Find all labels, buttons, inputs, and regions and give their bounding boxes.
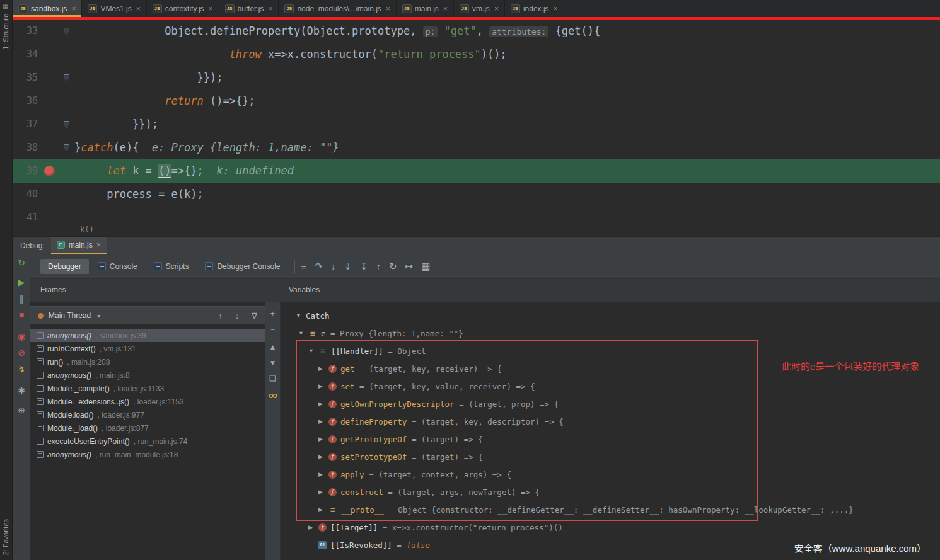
expand-arrow-icon[interactable]: ▶ [318,383,328,389]
expand-arrow-icon[interactable]: ▼ [308,348,318,354]
gutter[interactable]: 40 [13,183,74,206]
expand-arrow-icon[interactable]: ▼ [298,330,308,336]
breakpoint-slot[interactable] [40,43,58,66]
gutter[interactable]: 36 [13,89,74,113]
editor-tab-buffer-js[interactable]: JSbuffer.js× [219,0,279,17]
add-watch-icon[interactable]: + [265,309,280,319]
favorites-tool-button[interactable]: 2: Favorites [2,519,9,555]
breakpoint-slot[interactable] [40,136,58,159]
variable-row-defineproperty[interactable]: ▶ƒdefineProperty = (target, key, descrip… [281,413,940,430]
breakpoint-slot[interactable] [40,113,58,136]
force-step-into-icon[interactable]: ⇓ [344,261,352,271]
frame-row-module-load-loader-js-877[interactable]: Module._load(), loader.js:877 [30,421,265,435]
menu-icon[interactable]: ≡ [301,261,307,271]
step-out-icon[interactable]: ↑ [376,261,381,271]
evaluate-expression-icon[interactable]: ↯ [13,363,30,375]
variable-row-getownpropertydescriptor[interactable]: ▶ƒgetOwnPropertyDescriptor = (target, pr… [281,395,940,413]
variable-row-apply[interactable]: ▶ƒapply = (target, context, args) => { [281,466,940,483]
close-tab-icon[interactable]: × [386,4,390,13]
close-session-icon[interactable]: × [96,241,101,249]
frame-row-executeuserentrypoint-run-main-js-74[interactable]: executeUserEntryPoint(), run_main.js:74 [30,435,265,448]
copy-frames-icon[interactable]: ❏ [265,374,280,384]
debug-session-tab[interactable]: main.js × [51,237,107,254]
expand-arrow-icon[interactable]: ▶ [318,436,328,442]
expand-arrow-icon[interactable]: ▶ [318,418,328,425]
mute-breakpoints-icon[interactable]: ⊘ [13,347,30,358]
gutter[interactable]: 38 [13,136,74,159]
close-tab-icon[interactable]: × [268,4,272,13]
run-to-cursor-icon[interactable]: ↻ [389,261,397,271]
editor[interactable]: k() 33Object.defineProperty(Object.proto… [13,20,940,236]
frame-row-runincontext-vm-js-131[interactable]: runInContext(), vm.js:131 [30,342,265,355]
frame-row-anonymous-sandbox-js-39[interactable]: anonymous(), sandbox.js:39 [30,329,265,342]
expand-arrow-icon[interactable]: ▶ [318,471,328,477]
pause-icon[interactable]: ∥ [13,293,30,304]
gutter[interactable]: 33 [13,20,74,43]
pin-icon[interactable]: ⊕ [13,404,30,416]
variable-row-proto[interactable]: ▶≡__proto__ = Object {constructor: __def… [281,501,940,518]
gutter[interactable]: 39 [13,159,74,183]
close-tab-icon[interactable]: × [443,4,448,13]
variable-row-getprototypeof[interactable]: ▶ƒgetPrototypeOf = (target) => { [281,430,940,448]
next-frame-icon[interactable]: ↓ [235,311,240,321]
frame-row-anonymous-run-main-module-js-18[interactable]: anonymous(), run_main_module.js:18 [30,448,265,461]
breakpoint-slot[interactable] [40,89,58,113]
close-tab-icon[interactable]: × [71,4,76,13]
variable-row-setprototypeof[interactable]: ▶ƒsetPrototypeOf = (target) => { [281,448,940,466]
editor-tab-node-modules-main-js[interactable]: JSnode_modules\...\main.js× [279,0,396,17]
breakpoint-slot[interactable] [40,183,58,206]
resume-icon[interactable]: ▶ [13,277,30,288]
breakpoint-slot[interactable] [40,159,58,183]
editor-tab-sandbox-js[interactable]: JSsandbox.js× [13,0,82,17]
view-breakpoints-icon[interactable]: ◉ [13,331,30,342]
debug-tab-debugger[interactable]: Debugger [40,259,89,274]
expand-arrow-icon[interactable]: ▶ [308,524,318,530]
editor-tab-vmes1-js[interactable]: JSVMes1.js× [82,0,146,17]
expand-arrow-icon[interactable]: ▶ [318,401,328,407]
gutter[interactable]: 41 [13,206,74,229]
structure-tool-button[interactable]: 1: Structure [2,14,9,50]
previous-frame-icon[interactable]: ↑ [218,311,223,321]
close-tab-icon[interactable]: × [494,4,499,13]
gutter[interactable]: 35 [13,66,74,89]
drop-frame-icon[interactable]: ↧ [360,261,368,271]
show-watches-icon[interactable]: oo [265,391,280,401]
variable-row-target[interactable]: ▶ƒ[[Target]] = x=>x.constructor("return … [281,518,940,536]
mute-renderers-icon[interactable]: ↦ [405,261,414,271]
frame-row-module-load-loader-js-977[interactable]: Module.load(), loader.js:977 [30,408,265,421]
variable-row-handler[interactable]: ▼≡[[Handler]] = Object [281,342,940,360]
rerun-icon[interactable]: ↻ [13,257,30,268]
editor-tab-index-js[interactable]: JSindex.js× [505,0,564,17]
debug-tab-scripts[interactable]: Scripts [146,259,197,274]
step-into-icon[interactable]: ↓ [331,261,336,271]
thread-selector[interactable]: Main Thread ▾ ↑ ↓ ∇ [30,306,265,325]
dropdown-caret-icon[interactable]: ▾ [97,312,100,319]
scroll-up-icon[interactable]: ▲ [265,342,280,352]
close-tab-icon[interactable]: × [209,4,213,13]
remove-watch-icon[interactable]: − [265,324,280,334]
frame-row-module-compile-loader-js-1133[interactable]: Module._compile(), loader.js:1133 [30,382,265,395]
layout-settings-icon[interactable]: ▦ [421,261,430,271]
frame-row-anonymous-main-js-8[interactable]: anonymous(), main.js:8 [30,369,265,382]
debug-tab-console[interactable]: Console [90,259,145,274]
gutter[interactable]: 37 [13,113,74,136]
breakpoint-slot[interactable] [40,20,58,43]
settings-icon[interactable]: ✱ [13,385,30,396]
variable-row-construct[interactable]: ▶ƒconstruct = (target, args, newTarget) … [281,483,940,501]
breakpoint-slot[interactable] [40,206,58,229]
variable-row-catch[interactable]: ▼Catch [281,307,940,324]
expand-arrow-icon[interactable]: ▶ [318,454,328,460]
variable-row-set[interactable]: ▶ƒset = (target, key, value, receiver) =… [281,377,940,395]
expand-arrow-icon[interactable]: ▼ [296,312,306,319]
close-tab-icon[interactable]: × [136,4,141,13]
step-over-icon[interactable]: ↷ [315,261,323,271]
expand-arrow-icon[interactable]: ▶ [318,506,328,513]
filter-icon[interactable]: ∇ [252,311,257,321]
gutter[interactable]: 34 [13,43,74,66]
stop-icon[interactable]: ■ [13,309,30,321]
breakpoint-slot[interactable] [40,66,58,89]
variable-row-e[interactable]: ▼≡e = Proxy {length: 1,name: ""} [281,324,940,342]
editor-tab-vm-js[interactable]: JSvm.js× [454,0,505,17]
frame-row-module-extensions-js-loader-js-1153[interactable]: Module._extensions..js(), loader.js:1153 [30,395,265,408]
expand-arrow-icon[interactable]: ▶ [318,365,328,372]
